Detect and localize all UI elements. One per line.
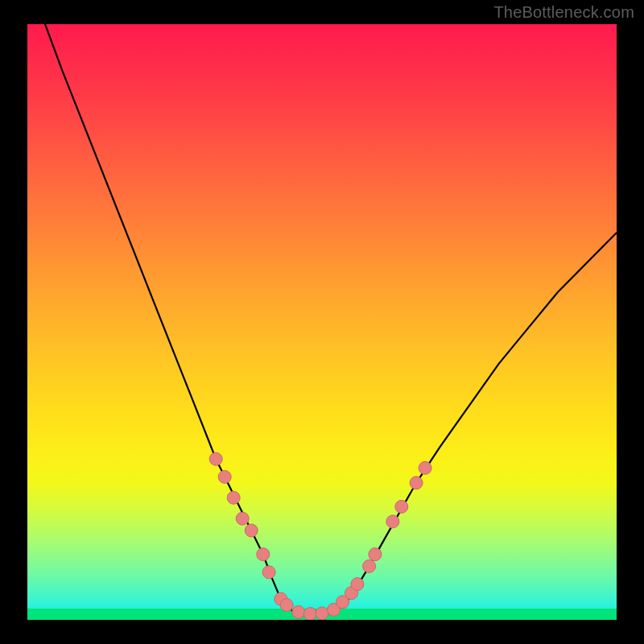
curve-markers [209, 452, 431, 620]
marker-dot [227, 491, 240, 504]
marker-dot [209, 452, 222, 465]
marker-dot [351, 578, 364, 591]
bottleneck-curve [45, 24, 617, 614]
marker-dot [292, 605, 305, 618]
marker-dot [386, 515, 399, 528]
marker-dot [363, 559, 376, 572]
marker-dot [218, 470, 231, 483]
marker-dot [395, 500, 408, 513]
plot-area [27, 24, 617, 620]
marker-dot [262, 566, 275, 579]
watermark-text: TheBottleneck.com [493, 3, 634, 22]
marker-dot [369, 548, 382, 561]
marker-dot [316, 607, 328, 620]
marker-dot [280, 599, 293, 612]
curve-layer [27, 24, 617, 620]
marker-dot [410, 477, 423, 489]
marker-dot [257, 548, 270, 561]
marker-dot [303, 608, 316, 620]
marker-dot [419, 461, 431, 474]
marker-dot [245, 524, 258, 537]
chart-frame: TheBottleneck.com [0, 0, 644, 644]
marker-dot [236, 512, 249, 525]
